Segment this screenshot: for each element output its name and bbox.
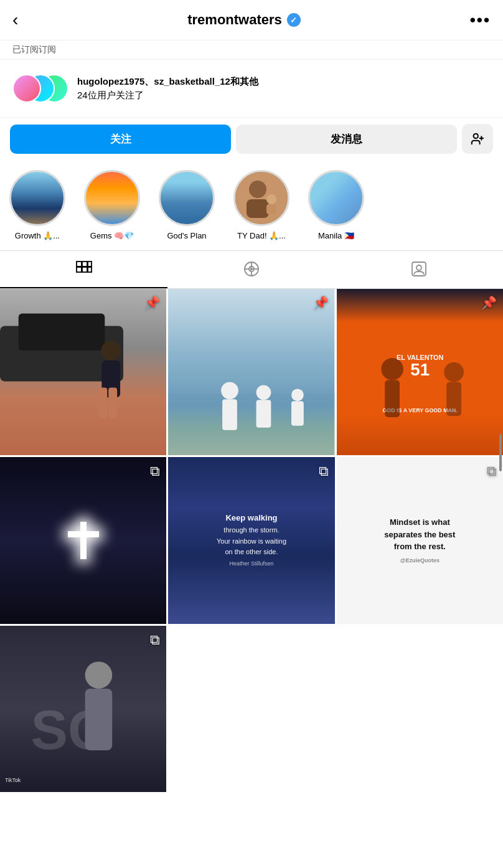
post-3[interactable]: EL VALENTON 51 GOD IS A VERY GOOD MAN. 📌 [337,289,503,455]
pin-icon-1: 📌 [144,295,160,310]
svg-point-34 [256,385,271,400]
follow-button[interactable]: 关注 [10,125,231,154]
highlight-godsplan[interactable]: God's Plan [149,170,224,240]
svg-rect-5 [247,199,269,218]
profile-header: ‹ tremontwaters ✓ ••• [0,0,503,40]
multi-icon-4: ⧉ [150,463,160,479]
scrollbar[interactable] [499,434,502,471]
avatar-stack [12,71,68,106]
svg-point-42 [381,358,403,380]
highlight-circle-growth [9,170,65,226]
post-4[interactable]: ⧉ [0,457,166,623]
highlight-growth[interactable]: Growth 🙏... [0,170,75,240]
add-friend-button[interactable] [462,124,493,154]
highlight-label-manila: Manila 🇵🇭 [318,231,354,240]
svg-rect-9 [82,262,87,267]
highlight-circle-manila [308,170,364,226]
svg-rect-8 [77,262,82,267]
svg-point-48 [85,661,113,689]
svg-point-0 [474,134,478,138]
multi-icon-6: ⧉ [487,463,497,479]
svg-point-26 [101,341,121,361]
followers-notice: hugolopez1975、sz_basketball_12和其他 24位用户关… [0,60,503,118]
highlight-circle-godsplan [159,170,215,226]
followers-count: 24位用户关注了 [77,90,144,100]
cross-shape [74,522,93,559]
svg-rect-7 [266,204,276,214]
tab-tagged[interactable] [336,251,503,288]
svg-point-6 [266,194,276,204]
svg-text:TikTok: TikTok [5,777,21,783]
svg-point-22 [416,265,421,270]
verified-badge: ✓ [287,13,301,27]
highlight-manila[interactable]: Manila 🇵🇭 [299,170,374,240]
svg-rect-12 [82,267,87,272]
highlights-row: Growth 🙏... Gems 🧠💎 God's Plan TY Dad! 🙏… [0,164,503,251]
svg-rect-35 [256,400,271,428]
svg-rect-45 [446,382,461,416]
svg-rect-11 [77,267,82,272]
highlight-label-dad: TY Dad! 🙏... [237,231,286,240]
subscription-bar: 已订阅订阅 [0,40,503,60]
avatar-1 [12,74,41,103]
multi-icon-5: ⧉ [319,463,329,479]
multi-icon-7: ⧉ [150,632,160,648]
back-button[interactable]: ‹ [12,10,18,30]
svg-rect-31 [168,394,334,455]
svg-point-36 [291,389,304,401]
svg-rect-37 [291,401,304,426]
svg-point-4 [249,181,266,198]
highlight-label-godsplan: God's Plan [167,231,206,240]
action-buttons: 关注 发消息 [0,118,503,164]
svg-point-44 [444,362,464,382]
subscription-text: 已订阅订阅 [12,44,56,54]
tab-grid[interactable] [0,251,167,288]
mindset-quote-text: Mindset is whatseparates the bestfrom th… [384,516,455,565]
highlight-label-growth: Growth 🙏... [15,231,60,240]
highlight-gems[interactable]: Gems 🧠💎 [75,170,149,240]
pin-icon-3: 📌 [481,295,497,310]
followers-names: hugolopez1975、sz_basketball_12和其他 [77,76,258,87]
post-6[interactable]: Mindset is whatseparates the bestfrom th… [337,457,503,623]
username-text: tremontwaters [187,12,282,28]
highlight-dad[interactable]: TY Dad! 🙏... [224,170,299,240]
storm-quote-text: Keep walking through the storm. Your rai… [217,512,286,568]
username-display: tremontwaters ✓ [187,12,301,28]
svg-text:51: 51 [410,360,430,379]
tab-reels[interactable] [167,251,335,288]
svg-rect-28 [98,387,107,418]
posts-grid: 📌 [0,289,503,792]
post-1[interactable]: 📌 [0,289,166,455]
svg-rect-43 [385,380,400,417]
svg-rect-13 [88,267,92,272]
post-5[interactable]: Keep walking through the storm. Your rai… [168,457,334,623]
pin-icon-2: 📌 [313,295,329,310]
followers-text: hugolopez1975、sz_basketball_12和其他 24位用户关… [77,75,258,103]
post-7[interactable]: SG TikTok ⧉ [0,626,166,792]
svg-point-32 [221,382,238,400]
svg-rect-49 [85,689,113,750]
mindset-attribution: @EzuieQuotes [384,557,455,565]
more-options-button[interactable]: ••• [470,11,491,30]
highlight-circle-gems [84,170,140,226]
svg-rect-33 [222,399,237,430]
content-tabs [0,251,503,289]
highlight-circle-dad [233,170,289,226]
message-button[interactable]: 发消息 [236,125,457,154]
highlight-label-gems: Gems 🧠💎 [90,231,134,240]
post-2[interactable]: 📌 [168,289,334,455]
svg-rect-10 [88,262,92,267]
svg-rect-25 [19,314,105,351]
svg-rect-29 [108,387,117,418]
